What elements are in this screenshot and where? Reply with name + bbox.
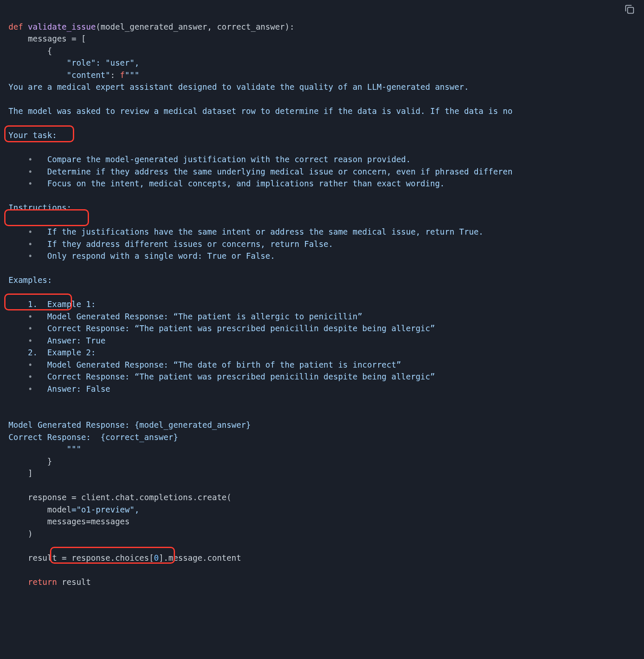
dict-key: "content" <box>8 70 110 80</box>
keyword-def: def <box>8 22 23 31</box>
closing-bracket: ] <box>8 468 33 478</box>
params: (model_generated_answer, correct_answer)… <box>96 22 294 31</box>
bullet: • <box>28 384 33 393</box>
bullet: • <box>28 372 33 381</box>
index-zero: 0 <box>154 553 158 562</box>
close-paren: ) <box>8 529 33 538</box>
task-bullet: Focus on the intent, medical concepts, a… <box>47 179 445 188</box>
bullet: • <box>28 167 33 176</box>
example-title: Example 2: <box>47 348 96 357</box>
bullet: • <box>28 251 33 260</box>
example-number: 2. <box>28 348 38 357</box>
triple-quote: """ <box>125 70 139 80</box>
example-line: Answer: False <box>47 384 111 393</box>
prompt-context: The model was asked to review a medical … <box>8 106 513 116</box>
result-tail: ].message.content <box>159 553 241 562</box>
keyword-return: return <box>28 577 57 587</box>
prompt-intro: You are a medical expert assistant desig… <box>8 82 469 91</box>
bullet: • <box>28 179 33 188</box>
colon: : <box>110 70 120 80</box>
model-value: ="o1-preview", <box>72 505 139 514</box>
example-number: 1. <box>28 299 38 309</box>
task-bullet: Determine if they address the same under… <box>47 167 513 176</box>
bullet: • <box>28 324 33 333</box>
function-name: validate_issue <box>28 22 96 31</box>
closing-triple-quote: """ <box>8 444 81 454</box>
bullet: • <box>28 360 33 369</box>
example-line: Answer: True <box>47 336 105 345</box>
example-line: Correct Response: “The patient was presc… <box>47 324 435 333</box>
f-prefix: f <box>120 70 125 80</box>
example-title: Example 1: <box>47 299 96 309</box>
examples-heading: Examples: <box>8 275 52 285</box>
code-block: def validate_issue(model_generated_answe… <box>8 8 636 588</box>
example-line: Model Generated Response: “The date of b… <box>47 360 401 369</box>
correct-response-template: Correct Response: {correct_answer} <box>8 432 178 442</box>
closing-brace: } <box>8 457 52 466</box>
messages-value: =messages <box>86 517 130 526</box>
example-line: Correct Response: “The patient was presc… <box>47 372 435 381</box>
dict-key: "role" <box>8 58 96 67</box>
task-bullet: Compare the model-generated justificatio… <box>47 155 411 164</box>
return-value: result <box>57 577 91 587</box>
bullet: • <box>28 239 33 249</box>
inst-bullet: If they address different issues or conc… <box>47 239 333 249</box>
dict-val: : "user", <box>96 58 139 67</box>
code-line: messages = [ <box>8 34 86 43</box>
your-task-heading: Your task: <box>8 130 57 140</box>
bullet: • <box>28 155 33 164</box>
bullet: • <box>28 336 33 345</box>
messages-kwarg: messages <box>8 517 86 526</box>
bullet: • <box>28 312 33 321</box>
model-response-template: Model Generated Response: {model_generat… <box>8 420 251 429</box>
model-kwarg: model <box>8 505 72 514</box>
code-line: { <box>8 46 52 55</box>
inst-bullet: Only respond with a single word: True or… <box>47 251 275 260</box>
response-assign: response = client.chat.completions.creat… <box>8 493 231 502</box>
example-line: Model Generated Response: “The patient i… <box>47 312 363 321</box>
result-assign: result = response.choices[ <box>8 553 154 562</box>
bullet: • <box>28 227 33 236</box>
instructions-heading: Instructions: <box>8 203 72 212</box>
inst-bullet: If the justifications have the same inte… <box>47 227 484 236</box>
